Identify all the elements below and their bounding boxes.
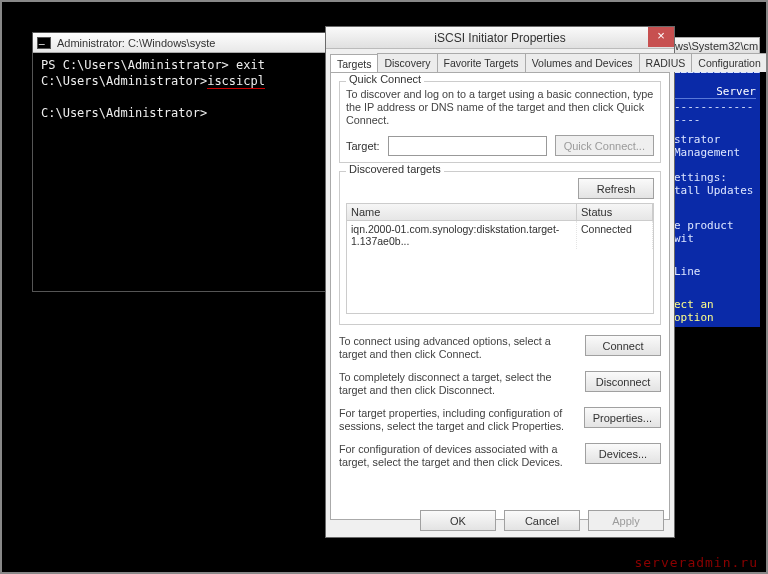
targets-list[interactable]: Name Status iqn.2000-01.com.synology:dis… — [346, 203, 654, 314]
discovered-targets-group: Discovered targets Refresh Name Status i… — [339, 171, 661, 325]
blue-item-3: tall Updates — [674, 184, 756, 197]
highlighted-cmd: iscsicpl — [207, 74, 265, 89]
connect-row: To connect using advanced options, selec… — [339, 335, 661, 361]
col-status-header[interactable]: Status — [577, 204, 653, 220]
blue-item-6: Line — [674, 265, 756, 278]
ok-button[interactable]: OK — [420, 510, 496, 531]
console-line-1: C:\Users\Administrator>iscsicpl — [41, 74, 265, 89]
dialog-buttons: OK Cancel Apply — [420, 510, 664, 531]
properties-row: For target properties, including configu… — [339, 407, 661, 433]
blue-item-1: strator — [674, 133, 756, 146]
cancel-button[interactable]: Cancel — [504, 510, 580, 531]
tab-targets[interactable]: Targets — [330, 54, 378, 73]
blue-divider-2: ---------------- — [674, 98, 756, 127]
col-name-header[interactable]: Name — [347, 204, 577, 220]
quick-connect-button[interactable]: Quick Connect... — [555, 135, 654, 156]
targets-header: Name Status — [347, 204, 653, 221]
devices-button[interactable]: Devices... — [585, 443, 661, 464]
tab-favorite-targets[interactable]: Favorite Targets — [437, 53, 526, 72]
connect-text: To connect using advanced options, selec… — [339, 335, 579, 361]
sconfig-title-fragment: ws\System32\cm — [675, 40, 758, 52]
quick-connect-group: Quick Connect To discover and log on to … — [339, 81, 661, 163]
disconnect-button[interactable]: Disconnect — [585, 371, 661, 392]
blue-settings-label: ettings: — [674, 171, 756, 184]
powershell-title: Administrator: C:\Windows\syste — [57, 37, 215, 49]
tab-body: Quick Connect To discover and log on to … — [330, 72, 670, 520]
iscsi-dialog: iSCSI Initiator Properties × Targets Dis… — [325, 26, 675, 538]
close-icon: × — [657, 28, 665, 43]
blue-item-4: e product wit — [674, 219, 756, 245]
table-row[interactable]: iqn.2000-01.com.synology:diskstation.tar… — [347, 221, 653, 249]
devices-text: For configuration of devices associated … — [339, 443, 579, 469]
blue-item-2: Management — [674, 146, 756, 159]
tab-volumes-devices[interactable]: Volumes and Devices — [525, 53, 640, 72]
console-line-0: PS C:\Users\Administrator> exit — [41, 58, 265, 72]
tab-strip: Targets Discovery Favorite Targets Volum… — [326, 49, 674, 72]
close-button[interactable]: × — [648, 27, 674, 47]
apply-button[interactable]: Apply — [588, 510, 664, 531]
server-header: Server — [674, 85, 756, 98]
dialog-title: iSCSI Initiator Properties — [434, 31, 565, 45]
dialog-titlebar[interactable]: iSCSI Initiator Properties × — [326, 27, 674, 49]
devices-row: For configuration of devices associated … — [339, 443, 661, 469]
tab-radius[interactable]: RADIUS — [639, 53, 693, 72]
target-label: Target: — [346, 140, 380, 152]
console-icon — [37, 37, 51, 49]
properties-text: For target properties, including configu… — [339, 407, 578, 433]
tab-configuration[interactable]: Configuration — [691, 53, 767, 72]
properties-button[interactable]: Properties... — [584, 407, 661, 428]
refresh-button[interactable]: Refresh — [578, 178, 654, 199]
target-input[interactable] — [388, 136, 547, 156]
disconnect-text: To completely disconnect a target, selec… — [339, 371, 579, 397]
watermark: serveradmin.ru — [634, 555, 758, 570]
console-line-3: C:\Users\Administrator> — [41, 106, 207, 120]
target-name-cell: iqn.2000-01.com.synology:diskstation.tar… — [347, 221, 577, 249]
discovered-targets-title: Discovered targets — [346, 163, 444, 175]
disconnect-row: To completely disconnect a target, selec… — [339, 371, 661, 397]
blue-prompt: ect an option — [674, 298, 756, 324]
tab-discovery[interactable]: Discovery — [377, 53, 437, 72]
target-status-cell: Connected — [577, 221, 653, 249]
quick-connect-title: Quick Connect — [346, 73, 424, 85]
connect-button[interactable]: Connect — [585, 335, 661, 356]
sconfig-panel[interactable]: ================ Server ----------------… — [670, 57, 760, 327]
quick-connect-help: To discover and log on to a target using… — [346, 88, 654, 127]
